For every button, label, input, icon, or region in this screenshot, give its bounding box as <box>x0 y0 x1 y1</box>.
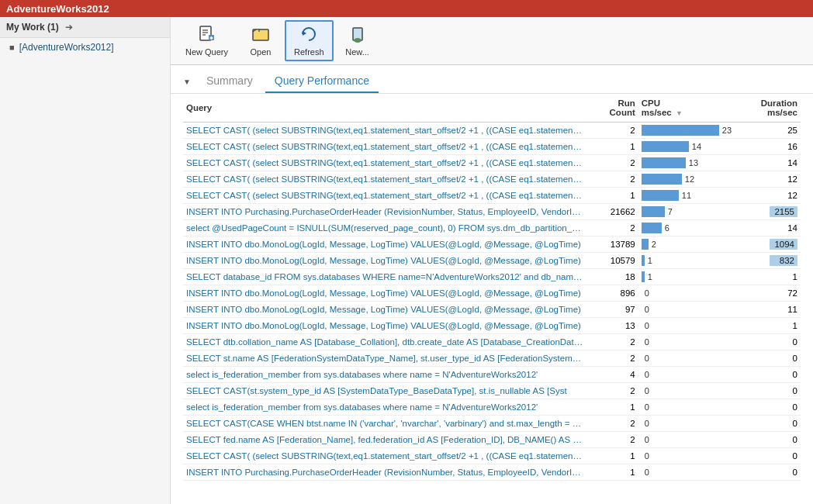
table-row[interactable]: SELECT CAST( (select SUBSTRING(text,eq1.… <box>183 155 801 171</box>
content-area: New Query Open Refresh <box>171 17 813 504</box>
run-count-cell: 2 <box>586 155 638 171</box>
main-layout: My Work (1) ➔ ■ [AdventureWorks2012] <box>0 17 813 504</box>
query-cell: SELECT CAST( (select SUBSTRING(text,eq1.… <box>183 155 586 171</box>
duration-cell: 0 <box>741 350 801 367</box>
table-row[interactable]: INSERT INTO Purchasing.PurchaseOrderHead… <box>183 464 801 481</box>
cpu-bar-cell: 14 <box>638 139 741 155</box>
col-run-count: RunCount <box>586 94 638 123</box>
table-row[interactable]: SELECT CAST(st.system_type_id AS [System… <box>183 383 801 399</box>
refresh-icon <box>299 25 318 46</box>
duration-cell: 11 <box>741 302 801 318</box>
table-row[interactable]: INSERT INTO dbo.MonoLog(LogId, Message, … <box>183 253 801 269</box>
query-cell: SELECT CAST( (select SUBSTRING(text,eq1.… <box>183 188 586 204</box>
open-button[interactable]: Open <box>238 21 283 60</box>
duration-cell: 14 <box>741 155 801 171</box>
query-cell: select is_federation_member from sys.dat… <box>183 399 586 416</box>
cpu-bar-cell: 0 <box>638 464 741 481</box>
new-query-button[interactable]: New Query <box>177 21 237 60</box>
query-cell: SELECT CAST( (select SUBSTRING(text,eq1.… <box>183 171 586 188</box>
col-cpu[interactable]: CPUms/sec ▼ <box>638 94 741 123</box>
run-count-cell: 1 <box>586 139 638 155</box>
duration-cell: 0 <box>741 334 801 350</box>
sidebar-item-adventureworks[interactable]: ■ [AdventureWorks2012] <box>0 38 170 57</box>
refresh-button[interactable]: Refresh <box>285 20 334 61</box>
run-count-cell: 21662 <box>586 204 638 220</box>
table-row[interactable]: INSERT INTO dbo.MonoLog(LogId, Message, … <box>183 318 801 334</box>
run-count-cell: 1 <box>586 448 638 464</box>
query-cell: SELECT dtb.collation_name AS [Database_C… <box>183 334 586 350</box>
sidebar: My Work (1) ➔ ■ [AdventureWorks2012] <box>0 17 171 504</box>
run-count-cell: 10579 <box>586 253 638 269</box>
cpu-bar-cell: 0 <box>638 448 741 464</box>
query-cell: INSERT INTO dbo.MonoLog(LogId, Message, … <box>183 318 586 334</box>
svg-marker-8 <box>303 31 306 36</box>
query-cell: select is_federation_member from sys.dat… <box>183 367 586 383</box>
table-row[interactable]: SELECT database_id FROM sys.databases WH… <box>183 269 801 285</box>
cpu-bar-cell: 6 <box>638 220 741 236</box>
query-table: Query RunCount CPUms/sec ▼ Durationms/se… <box>183 94 801 481</box>
query-cell: INSERT INTO dbo.MonoLog(LogId, Message, … <box>183 302 586 318</box>
table-row[interactable]: SELECT CAST( (select SUBSTRING(text,eq1.… <box>183 123 801 139</box>
cpu-bar-cell: 0 <box>638 334 741 350</box>
new-label: New... <box>345 47 369 57</box>
table-row[interactable]: SELECT CAST( (select SUBSTRING(text,eq1.… <box>183 448 801 464</box>
run-count-cell: 2 <box>586 416 638 432</box>
table-row[interactable]: SELECT CAST( (select SUBSTRING(text,eq1.… <box>183 171 801 188</box>
query-cell: SELECT fed.name AS [Federation_Name], fe… <box>183 432 586 448</box>
new-button[interactable]: New... <box>335 21 380 60</box>
table-row[interactable]: select is_federation_member from sys.dat… <box>183 399 801 416</box>
my-work-arrow-icon[interactable]: ➔ <box>65 22 73 33</box>
duration-cell: 12 <box>741 188 801 204</box>
cpu-bar-cell: 7 <box>638 204 741 220</box>
col-query: Query <box>183 94 586 123</box>
duration-cell: 72 <box>741 285 801 302</box>
table-row[interactable]: INSERT INTO dbo.MonoLog(LogId, Message, … <box>183 285 801 302</box>
run-count-cell: 13789 <box>586 236 638 253</box>
cpu-bar-cell: 0 <box>638 399 741 416</box>
duration-cell: 16 <box>741 139 801 155</box>
cpu-bar-cell: 12 <box>638 171 741 188</box>
cpu-bar-cell: 2 <box>638 236 741 253</box>
col-duration: Durationms/sec <box>741 94 801 123</box>
table-row[interactable]: INSERT INTO Purchasing.PurchaseOrderHead… <box>183 204 801 220</box>
duration-cell: 14 <box>741 220 801 236</box>
my-work-section: My Work (1) ➔ <box>0 17 170 38</box>
table-row[interactable]: select @UsedPageCount = ISNULL(SUM(reser… <box>183 220 801 236</box>
query-cell: SELECT st.name AS [FederationSystemDataT… <box>183 350 586 367</box>
table-row[interactable]: SELECT fed.name AS [Federation_Name], fe… <box>183 432 801 448</box>
table-row[interactable]: INSERT INTO dbo.MonoLog(LogId, Message, … <box>183 236 801 253</box>
tab-query-performance[interactable]: Query Performance <box>265 70 379 93</box>
duration-cell: 0 <box>741 464 801 481</box>
table-container[interactable]: Query RunCount CPUms/sec ▼ Durationms/se… <box>171 94 813 504</box>
query-cell: INSERT INTO dbo.MonoLog(LogId, Message, … <box>183 253 586 269</box>
table-header-row: Query RunCount CPUms/sec ▼ Durationms/se… <box>183 94 801 123</box>
table-row[interactable]: SELECT CAST( (select SUBSTRING(text,eq1.… <box>183 188 801 204</box>
sidebar-item-label: [AdventureWorks2012] <box>19 42 114 53</box>
duration-cell: 0 <box>741 416 801 432</box>
table-row[interactable]: SELECT dtb.collation_name AS [Database_C… <box>183 334 801 350</box>
tab-dropdown-icon[interactable]: ▼ <box>183 78 191 86</box>
duration-cell: 832 <box>741 253 801 269</box>
run-count-cell: 2 <box>586 220 638 236</box>
duration-cell: 12 <box>741 171 801 188</box>
duration-cell: 1 <box>741 318 801 334</box>
run-count-cell: 2 <box>586 432 638 448</box>
tab-summary[interactable]: Summary <box>197 70 262 93</box>
table-row[interactable]: select is_federation_member from sys.dat… <box>183 367 801 383</box>
cpu-bar-cell: 0 <box>638 383 741 399</box>
query-cell: SELECT CAST(CASE WHEN btst.name IN ('var… <box>183 416 586 432</box>
table-row[interactable]: SELECT CAST(CASE WHEN btst.name IN ('var… <box>183 416 801 432</box>
query-cell: SELECT database_id FROM sys.databases WH… <box>183 269 586 285</box>
table-row[interactable]: INSERT INTO dbo.MonoLog(LogId, Message, … <box>183 302 801 318</box>
query-cell: SELECT CAST( (select SUBSTRING(text,eq1.… <box>183 123 586 139</box>
run-count-cell: 2 <box>586 383 638 399</box>
query-cell: SELECT CAST( (select SUBSTRING(text,eq1.… <box>183 139 586 155</box>
table-row[interactable]: SELECT st.name AS [FederationSystemDataT… <box>183 350 801 367</box>
table-row[interactable]: SELECT CAST( (select SUBSTRING(text,eq1.… <box>183 139 801 155</box>
app-title: AdventureWorks2012 <box>6 3 109 15</box>
run-count-cell: 1 <box>586 399 638 416</box>
cpu-bar-cell: 0 <box>638 302 741 318</box>
cpu-bar-cell: 0 <box>638 432 741 448</box>
duration-cell: 0 <box>741 367 801 383</box>
run-count-cell: 2 <box>586 334 638 350</box>
